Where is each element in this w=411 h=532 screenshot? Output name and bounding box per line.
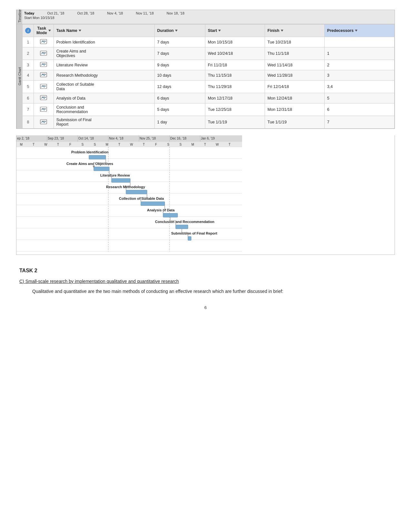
svg-text:W: W [44, 143, 47, 146]
finish-label: Finish [268, 28, 279, 33]
start-col-label: Start [208, 28, 217, 33]
svg-rect-74 [188, 237, 191, 240]
predecessors-header-div[interactable]: Predecessors [327, 28, 392, 33]
col-num: i [23, 24, 34, 37]
row-number: 4 [23, 70, 34, 81]
task-mode-icon [40, 50, 47, 56]
table-row: 6 Analysis of Data6 daysMon 12/17/18Mon … [23, 93, 395, 103]
svg-rect-9 [42, 63, 45, 64]
svg-text:Submission of Final Report: Submission of Final Report [171, 231, 217, 235]
finish-header[interactable]: Finish [268, 28, 322, 33]
svg-point-15 [44, 75, 45, 76]
svg-rect-46 [16, 142, 242, 147]
finish-cell: Tue 1/1/19 [265, 116, 324, 129]
task-name-cell: Conclusion andRecommendation [54, 103, 154, 116]
task2-body: Qualitative and quantitative are the two… [19, 288, 392, 295]
svg-point-14 [43, 74, 44, 75]
predecessors-cell: 3 [324, 70, 394, 81]
task-name-label: Task Name [56, 28, 77, 33]
page-number: 6 [16, 305, 395, 310]
svg-rect-21 [42, 97, 45, 97]
start-header[interactable]: Start [208, 28, 262, 33]
row-number: 8 [23, 116, 34, 129]
col-task-name[interactable]: Task Name [54, 24, 154, 37]
svg-rect-60 [89, 155, 106, 159]
col-finish[interactable]: Finish [265, 24, 324, 37]
svg-point-6 [43, 52, 44, 53]
col-start[interactable]: Start [205, 24, 265, 37]
task-name-cell: Create Aims andObjectives [54, 47, 154, 60]
svg-point-27 [44, 109, 45, 110]
svg-text:S: S [167, 143, 170, 146]
predecessors-cell: 5 [324, 93, 394, 103]
table-row: 1 Problem Identification7 daysMon 10/15/… [23, 37, 395, 47]
table-row: 5 Collection of SuitableData12 daysThu 1… [23, 81, 395, 93]
svg-text:T: T [204, 143, 206, 146]
finish-cell: Mon 12/31/18 [265, 103, 324, 116]
row-number: 3 [23, 60, 34, 70]
duration-header[interactable]: Duration [157, 28, 202, 33]
duration-cell: 10 days [154, 70, 205, 81]
duration-cell: 1 day [154, 116, 205, 129]
svg-rect-5 [42, 52, 45, 53]
finish-arrow [281, 30, 283, 32]
gantt-chart-area: ep 2, '18 Sep 23, '18 Oct 14, '18 Nov 4,… [16, 135, 395, 255]
timeline-dates: Today Oct 21, '18 Oct 28, '18 Nov 4, '18… [24, 11, 393, 15]
col-predecessors[interactable]: Predecessors [324, 24, 394, 37]
timeline-date-2: Oct 28, '18 [77, 11, 94, 15]
svg-rect-64 [112, 179, 130, 182]
task-name-cell: Problem Identification [54, 37, 154, 47]
svg-point-2 [43, 41, 44, 42]
timeline-date-4: Nov 11, '18 [136, 11, 153, 15]
task-mode-cell [34, 93, 54, 103]
task-mode-cell [34, 103, 54, 116]
svg-text:Nov 4, '18: Nov 4, '18 [109, 137, 123, 140]
start-arrow [218, 30, 221, 32]
svg-text:Jan 6, '19: Jan 6, '19 [201, 137, 215, 140]
svg-text:F: F [155, 143, 157, 146]
info-icon[interactable]: i [25, 28, 31, 34]
task-name-cell: Analysis of Data [54, 93, 154, 103]
task2-paragraph: Qualitative and quantitative are the two… [19, 288, 392, 295]
svg-point-19 [44, 86, 45, 87]
svg-rect-72 [176, 225, 188, 229]
svg-text:S: S [94, 143, 96, 146]
svg-text:S: S [180, 143, 182, 146]
table-row: 8 Submission of FinalReport1 dayTue 1/1/… [23, 116, 395, 129]
task-mode-cell [34, 81, 54, 93]
svg-point-26 [43, 108, 44, 109]
task-mode-icon [40, 62, 47, 67]
svg-text:Create Aims and Objectives: Create Aims and Objectives [66, 162, 113, 166]
start-cell: Tue 12/25/18 [205, 103, 265, 116]
gantt-side-label: Gantt Chart [16, 24, 22, 129]
svg-text:Sep 23, '18: Sep 23, '18 [48, 137, 64, 140]
svg-text:T: T [33, 143, 34, 146]
gantt-svg-container: ep 2, '18 Sep 23, '18 Oct 14, '18 Nov 4,… [16, 135, 395, 255]
row-number: 7 [23, 103, 34, 116]
start-cell: Fri 11/2/18 [205, 60, 265, 70]
start-date: Mon 10/15/18 [33, 16, 54, 20]
svg-point-11 [44, 65, 45, 66]
svg-rect-13 [42, 74, 45, 74]
duration-arrow [175, 30, 178, 32]
duration-label: Duration [157, 28, 174, 33]
col-duration[interactable]: Duration [154, 24, 205, 37]
svg-point-3 [44, 42, 45, 43]
svg-point-31 [44, 122, 45, 123]
task2-section: TASK 2 C) Small-scale research by implem… [16, 268, 395, 295]
svg-point-23 [44, 98, 45, 99]
timeline-header: Timeline Today Oct 21, '18 Oct 28, '18 N… [16, 10, 395, 24]
task-mode-icon [40, 83, 47, 89]
task2-title: TASK 2 [19, 268, 392, 274]
task-name-header[interactable]: Task Name [56, 28, 152, 33]
task-mode-header[interactable]: TaskMode [36, 26, 51, 35]
table-row: 3 Literature Review9 daysFri 11/2/18Wed … [23, 60, 395, 70]
predecessors-cell [324, 37, 394, 47]
col-task-mode[interactable]: TaskMode [34, 24, 54, 37]
svg-point-10 [43, 64, 44, 65]
svg-point-7 [44, 53, 45, 54]
duration-cell: 6 days [154, 93, 205, 103]
task-name-cell: Collection of SuitableData [54, 81, 154, 93]
task-mode-cell [34, 60, 54, 70]
timeline-date-3: Nov 4, '18 [107, 11, 123, 15]
